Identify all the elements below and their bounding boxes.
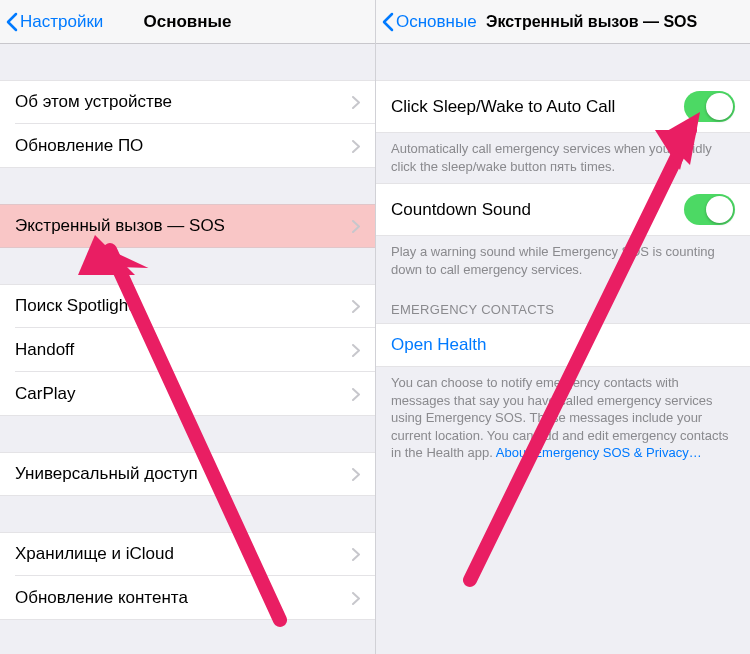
back-label: Настройки [20,12,103,32]
cell-software-update[interactable]: Обновление ПО [0,124,375,168]
cell-open-health[interactable]: Open Health [376,323,750,367]
countdown-footer: Play a warning sound while Emergency SOS… [376,236,750,286]
cell-auto-call: Click Sleep/Wake to Auto Call [376,80,750,133]
emergency-sos-screen: Основные Экстренный вызов — SOS Click Sl… [375,0,750,654]
cell-spotlight[interactable]: Поиск Spotlight [0,284,375,328]
cell-label: Экстренный вызов — SOS [15,216,352,236]
chevron-right-icon [352,548,360,561]
chevron-right-icon [352,300,360,313]
cell-label: Обновление ПО [15,136,352,156]
back-button[interactable]: Основные [382,12,477,32]
chevron-right-icon [352,140,360,153]
cell-label: Обновление контента [15,588,352,608]
nav-bar: Основные Экстренный вызов — SOS [376,0,750,44]
auto-call-toggle[interactable] [684,91,735,122]
cell-label: Хранилище и iCloud [15,544,352,564]
cell-carplay[interactable]: CarPlay [0,372,375,416]
cell-label: Handoff [15,340,352,360]
cell-label: Универсальный доступ [15,464,352,484]
chevron-right-icon [352,220,360,233]
cell-label: Click Sleep/Wake to Auto Call [391,97,684,117]
chevron-right-icon [352,388,360,401]
chevron-right-icon [352,468,360,481]
cell-label: Open Health [391,335,735,355]
content: Click Sleep/Wake to Auto Call Automatica… [376,44,750,654]
chevron-right-icon [352,344,360,357]
back-button[interactable]: Настройки [6,12,103,32]
cell-label: CarPlay [15,384,352,404]
cell-about[interactable]: Об этом устройстве [0,80,375,124]
cell-accessibility[interactable]: Универсальный доступ [0,452,375,496]
chevron-right-icon [352,592,360,605]
back-label: Основные [396,12,477,32]
cell-storage[interactable]: Хранилище и iCloud [0,532,375,576]
cell-emergency-sos[interactable]: Экстренный вызов — SOS [0,204,375,248]
cell-handoff[interactable]: Handoff [0,328,375,372]
nav-bar: Настройки Основные [0,0,375,44]
emergency-contacts-footer: You can choose to notify emergency conta… [376,367,750,470]
emergency-contacts-header: EMERGENCY CONTACTS [376,286,750,323]
content: Об этом устройстве Обновление ПО Экстрен… [0,44,375,654]
cell-label: Countdown Sound [391,200,684,220]
cell-label: Об этом устройстве [15,92,352,112]
countdown-toggle[interactable] [684,194,735,225]
cell-background-refresh[interactable]: Обновление контента [0,576,375,620]
settings-general-screen: Настройки Основные Об этом устройстве Об… [0,0,375,654]
chevron-left-icon [382,12,394,32]
cell-countdown-sound: Countdown Sound [376,183,750,236]
auto-call-footer: Automatically call emergency services wh… [376,133,750,183]
cell-label: Поиск Spotlight [15,296,352,316]
chevron-left-icon [6,12,18,32]
chevron-right-icon [352,96,360,109]
about-sos-privacy-link[interactable]: About Emergency SOS & Privacy… [496,445,702,460]
